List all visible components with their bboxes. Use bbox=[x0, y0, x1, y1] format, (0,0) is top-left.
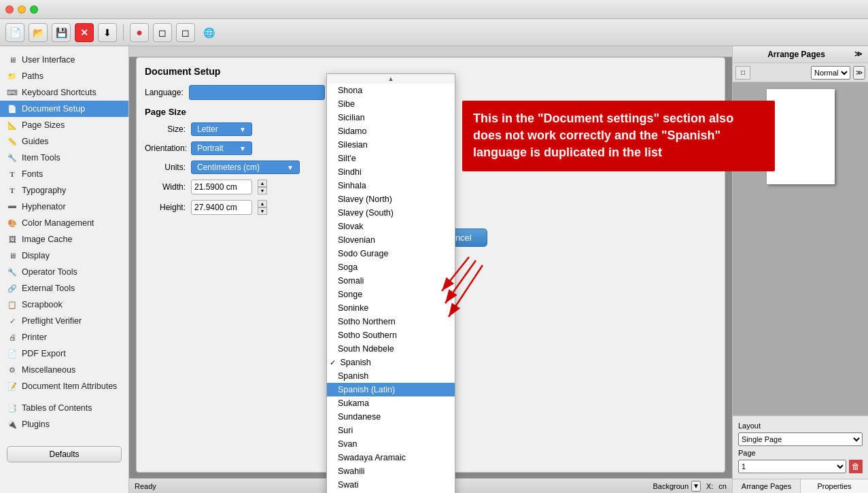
normal-select[interactable]: Normal bbox=[811, 66, 850, 80]
dropdown-item-sibe[interactable]: Sibe bbox=[327, 97, 455, 111]
arrange-page-btn[interactable]: □ bbox=[735, 66, 750, 80]
maximize-button[interactable] bbox=[30, 5, 38, 14]
panel-expand-btn[interactable]: ≫ bbox=[853, 66, 865, 80]
layout-select[interactable]: Single Page bbox=[738, 432, 863, 446]
export-icon: ⬇ bbox=[103, 27, 111, 38]
open-button[interactable]: 📂 bbox=[29, 23, 48, 42]
dropdown-item-soga[interactable]: Soga bbox=[327, 260, 455, 274]
sidebar-item-miscellaneous[interactable]: ⚙ Miscellaneous bbox=[0, 362, 128, 378]
dropdown-item-slovenian[interactable]: Slovenian bbox=[327, 233, 455, 247]
sidebar-item-guides[interactable]: 📏 Guides bbox=[0, 133, 128, 150]
toolbar-btn3[interactable]: ◻ bbox=[176, 23, 195, 42]
dropdown-item-soninke[interactable]: Soninke bbox=[327, 301, 455, 315]
new-button[interactable]: 📄 bbox=[5, 23, 24, 42]
height-input[interactable] bbox=[191, 200, 252, 215]
dropdown-item-spanish-2[interactable]: Spanish bbox=[327, 369, 455, 383]
dropdown-item-slavey-south[interactable]: Slavey (South) bbox=[327, 206, 455, 220]
sidebar-item-image-cache[interactable]: 🖼 Image Cache bbox=[0, 231, 128, 248]
language-dropdown[interactable]: ▲ Shona Sibe Sicilian Sidamo Silesian Si… bbox=[326, 73, 455, 493]
delete-page-btn[interactable]: 🗑 bbox=[849, 460, 863, 473]
titlebar bbox=[0, 0, 868, 19]
width-stepper-up[interactable]: ▲ bbox=[258, 180, 267, 187]
dropdown-item-somali[interactable]: Somali bbox=[327, 274, 455, 288]
page-controls: 1 🗑 bbox=[738, 460, 863, 473]
units-select[interactable]: Centimeters (cm) ▼ bbox=[191, 160, 300, 174]
dropdown-item-sukama[interactable]: Sukama bbox=[327, 396, 455, 410]
dropdown-item-shona[interactable]: Shona bbox=[327, 84, 455, 97]
height-stepper[interactable]: ▲ ▼ bbox=[258, 200, 267, 215]
sidebar-item-preflight[interactable]: ✓ Preflight Verifier bbox=[0, 313, 128, 329]
dropdown-item-sotho-northern[interactable]: Sotho Northern bbox=[327, 315, 455, 328]
sidebar-item-paths[interactable]: 📁 Paths bbox=[0, 68, 128, 84]
sidebar-item-plugins[interactable]: 🔌 Plugins bbox=[0, 416, 128, 432]
export-button[interactable]: ⬇ bbox=[98, 23, 117, 42]
dropdown-item-swati[interactable]: Swati bbox=[327, 478, 455, 492]
dropdown-item-swadaya-aramaic[interactable]: Swadaya Aramaic bbox=[327, 451, 455, 464]
background-dropdown[interactable]: ▼ bbox=[691, 481, 701, 492]
sidebar-item-scrapbook[interactable]: 📋 Scrapbook bbox=[0, 296, 128, 313]
sidebar-item-document-item-attributes[interactable]: 📝 Document Item Attributes bbox=[0, 378, 128, 394]
dropdown-item-sinhala[interactable]: Sinhala bbox=[327, 179, 455, 192]
dropdown-item-slavey-north[interactable]: Slavey (North) bbox=[327, 192, 455, 206]
width-stepper-down[interactable]: ▼ bbox=[258, 187, 267, 194]
sidebar-item-user-interface[interactable]: 🖥 User Interface bbox=[0, 52, 128, 68]
globe-button[interactable]: 🌐 bbox=[199, 23, 218, 42]
page-select[interactable]: 1 bbox=[738, 460, 846, 473]
width-input[interactable] bbox=[191, 180, 252, 194]
sidebar-item-item-tools[interactable]: 🔧 Item Tools bbox=[0, 150, 128, 166]
height-stepper-up[interactable]: ▲ bbox=[258, 200, 267, 207]
dropdown-item-sindhi[interactable]: Sindhi bbox=[327, 165, 455, 179]
sidebar-item-typography[interactable]: T Typography bbox=[0, 182, 128, 199]
sidebar-label-printer: Printer bbox=[22, 333, 47, 342]
miscellaneous-icon: ⚙ bbox=[7, 364, 18, 375]
dropdown-item-slovak[interactable]: Slovak bbox=[327, 220, 455, 233]
sidebar-item-operator-tools[interactable]: 🔧 Operator Tools bbox=[0, 264, 128, 280]
dropdown-item-sidamo[interactable]: Sidamo bbox=[327, 124, 455, 138]
width-stepper[interactable]: ▲ ▼ bbox=[258, 180, 267, 194]
close-icon: ✕ bbox=[80, 27, 88, 38]
dropdown-item-spanish-latin[interactable]: Spanish (Latin) bbox=[327, 383, 455, 396]
dropdown-item-silte[interactable]: Silt'e bbox=[327, 152, 455, 165]
dropdown-item-swahili[interactable]: Swahili bbox=[327, 464, 455, 478]
height-stepper-down[interactable]: ▼ bbox=[258, 207, 267, 215]
dropdown-item-silesian[interactable]: Silesian bbox=[327, 138, 455, 152]
tab-properties[interactable]: Properties bbox=[801, 479, 868, 493]
sidebar-item-display[interactable]: 🖥 Display bbox=[0, 248, 128, 264]
dropdown-item-spanish-1[interactable]: ✓ Spanish bbox=[327, 356, 455, 369]
record-button[interactable]: ● bbox=[130, 23, 149, 42]
record-icon: ● bbox=[136, 27, 143, 39]
sidebar-item-pdf-export[interactable]: 📄 PDF Export bbox=[0, 345, 128, 362]
orientation-select[interactable]: Portrait ▼ bbox=[191, 141, 252, 155]
sidebar-item-hyphenator[interactable]: ➖ Hyphenator bbox=[0, 199, 128, 215]
dropdown-item-sicilian[interactable]: Sicilian bbox=[327, 111, 455, 124]
sidebar-item-tables-of-contents[interactable]: 📑 Tables of Contents bbox=[0, 400, 128, 416]
close-button[interactable] bbox=[5, 5, 14, 14]
sidebar-item-document-setup[interactable]: 📄 Document Setup bbox=[0, 101, 128, 117]
close-doc-button[interactable]: ✕ bbox=[75, 23, 94, 42]
dropdown-item-songe[interactable]: Songe bbox=[327, 288, 455, 301]
sidebar-item-color-management[interactable]: 🎨 Color Management bbox=[0, 215, 128, 231]
sidebar-item-external-tools[interactable]: 🔗 External Tools bbox=[0, 280, 128, 296]
size-select[interactable]: Letter ▼ bbox=[191, 122, 252, 136]
ready-label: Ready bbox=[135, 482, 156, 490]
dropdown-scroll-up[interactable]: ▲ bbox=[327, 74, 455, 84]
expand-icon[interactable]: ≫ bbox=[854, 50, 863, 58]
sidebar-item-page-sizes[interactable]: 📐 Page Sizes bbox=[0, 117, 128, 133]
defaults-button[interactable]: Defaults bbox=[7, 446, 122, 462]
tab-arrange-pages[interactable]: Arrange Pages bbox=[733, 479, 801, 493]
language-dropdown-trigger[interactable] bbox=[189, 85, 325, 100]
dropdown-item-svan[interactable]: Svan bbox=[327, 437, 455, 451]
save-button[interactable]: 💾 bbox=[52, 23, 71, 42]
sidebar-item-fonts[interactable]: T Fonts bbox=[0, 166, 128, 182]
toolbar-btn2[interactable]: ◻ bbox=[153, 23, 172, 42]
minimize-button[interactable] bbox=[18, 5, 26, 14]
page-thumbnail bbox=[767, 89, 835, 184]
dropdown-item-sundanese[interactable]: Sundanese bbox=[327, 410, 455, 424]
toc-icon: 📑 bbox=[7, 403, 18, 413]
dropdown-item-sodo-gurage[interactable]: Sodo Gurage bbox=[327, 247, 455, 260]
sidebar-item-printer[interactable]: 🖨 Printer bbox=[0, 329, 128, 345]
dropdown-item-suri[interactable]: Suri bbox=[327, 424, 455, 437]
dropdown-item-sotho-southern[interactable]: Sotho Southern bbox=[327, 328, 455, 342]
dropdown-item-south-ndebele[interactable]: South Ndebele bbox=[327, 342, 455, 356]
sidebar-item-keyboard-shortcuts[interactable]: ⌨ Keyboard Shortcuts bbox=[0, 84, 128, 101]
